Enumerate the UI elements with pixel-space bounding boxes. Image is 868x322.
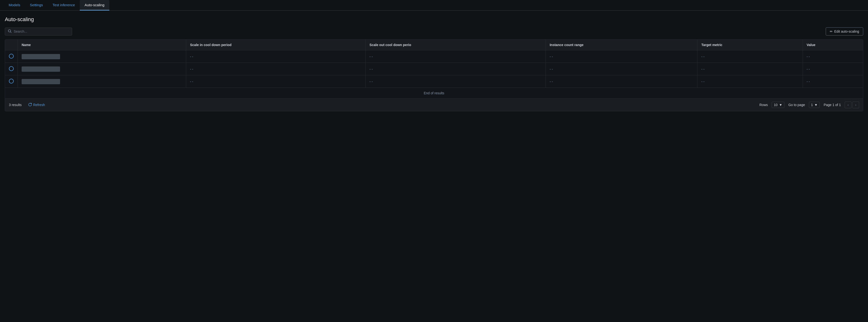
row-3-scale-in: - - [186,75,365,88]
row-1-target-metric: - - [698,50,803,63]
refresh-icon [28,103,32,107]
page-content: Auto-scaling ✏ Edit auto-scaling Name [0,10,868,117]
row-2-scale-in: - - [186,63,365,75]
row-3-instance-count: - - [546,75,697,88]
table-container: Name Scale in cool down period Scale out… [5,39,863,111]
search-wrapper[interactable] [5,28,72,36]
auto-scaling-table: Name Scale in cool down period Scale out… [5,40,863,87]
footer-bar: 3 results Refresh Rows 10 ▼ Go to page [5,98,863,111]
chevron-right-icon: › [855,103,857,107]
row-3-value: - - [803,75,863,88]
col-header-name: Name [18,40,186,50]
row-1-value: - - [803,50,863,63]
row-1-name [18,50,186,63]
col-header-target-metric: Target metric [698,40,803,50]
row-3-target-metric: - - [698,75,803,88]
rows-label: Rows [760,103,768,107]
refresh-button[interactable]: Refresh [26,102,47,108]
table-row: - - - - - - - - - - [5,75,863,88]
row-3-radio[interactable] [9,79,14,83]
row-2-radio[interactable] [9,66,14,71]
row-1-instance-count: - - [546,50,697,63]
edit-button-label: Edit auto-scaling [834,30,859,33]
row-2-name [18,63,186,75]
row-1-name-placeholder [22,54,60,59]
col-header-scale-in: Scale in cool down period [186,40,365,50]
row-3-name [18,75,186,88]
table-row: - - - - - - - - - - [5,50,863,63]
edit-auto-scaling-button[interactable]: ✏ Edit auto-scaling [826,27,863,36]
chevron-down-icon: ▼ [779,103,782,107]
search-input[interactable] [14,30,69,33]
table-row: - - - - - - - - - - [5,63,863,75]
tab-settings[interactable]: Settings [25,0,48,10]
results-count: 3 results [9,103,22,107]
row-2-radio-cell[interactable] [5,63,18,75]
toolbar: ✏ Edit auto-scaling [5,27,863,36]
row-1-radio[interactable] [9,54,14,59]
col-header-checkbox [5,40,18,50]
go-to-page-label: Go to page [788,103,805,107]
pagination-controls: Rows 10 ▼ Go to page 1 ▼ Page 1 of 1 ‹ › [760,102,859,108]
row-3-radio-cell[interactable] [5,75,18,88]
tab-test-inference[interactable]: Test inference [48,0,80,10]
tab-bar: Models Settings Test inference Auto-scal… [0,0,868,10]
end-of-results: End of results [5,87,863,98]
row-1-scale-out: - - [366,50,546,63]
prev-page-button[interactable]: ‹ [845,102,851,108]
page-title: Auto-scaling [5,16,863,23]
nav-arrows: ‹ › [845,102,859,108]
rows-select[interactable]: 10 ▼ [772,102,784,108]
chevron-down-icon-page: ▼ [814,103,818,107]
row-3-name-placeholder [22,79,60,84]
row-2-instance-count: - - [546,63,697,75]
page-input[interactable]: 1 ▼ [809,102,820,108]
chevron-left-icon: ‹ [847,103,849,107]
row-2-scale-out: - - [366,63,546,75]
row-3-scale-out: - - [366,75,546,88]
col-header-instance-count: Instance count range [546,40,697,50]
svg-line-1 [10,32,11,33]
search-icon [8,29,12,34]
refresh-label: Refresh [33,103,45,107]
row-2-target-metric: - - [698,63,803,75]
col-header-value: Value [803,40,863,50]
rows-value: 10 [774,103,778,107]
row-2-value: - - [803,63,863,75]
col-header-scale-out: Scale out cool down perio [366,40,546,50]
next-page-button[interactable]: › [852,102,859,108]
row-1-scale-in: - - [186,50,365,63]
page-info: Page 1 of 1 [824,103,841,107]
page-value: 1 [811,103,813,107]
tab-auto-scaling[interactable]: Auto-scaling [80,0,109,10]
tab-models[interactable]: Models [4,0,25,10]
edit-icon: ✏ [830,30,833,33]
row-1-radio-cell[interactable] [5,50,18,63]
row-2-name-placeholder [22,67,60,72]
